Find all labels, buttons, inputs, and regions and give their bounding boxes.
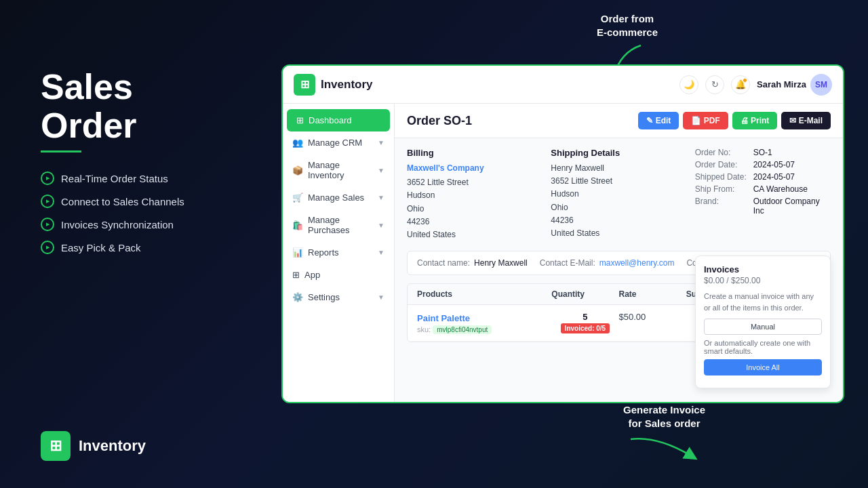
order-no-label: Order No:	[695, 148, 749, 157]
ship-from-value: CA Warehouse	[753, 184, 808, 194]
left-panel: Sales Order Real-Time Order Status Conne…	[41, 68, 271, 254]
pdf-button[interactable]: 📄 PDF	[683, 112, 728, 129]
billing-section: Billing Maxwell's Company 3652 Little St…	[407, 148, 542, 241]
product-cell: Paint Palette sku: mvlp8cfi04nvtput	[417, 312, 551, 334]
order-title: Order SO-1	[407, 114, 472, 128]
sku-row: sku: mvlp8cfi04nvtput	[417, 325, 551, 334]
order-header: Order SO-1 ✎ Edit 📄 PDF 🖨 Print ✉ E-Mail	[395, 104, 843, 138]
chevron-icon-3: ▼	[378, 194, 384, 201]
popup-description: Create a manual invoice with any or all …	[704, 291, 822, 313]
chevron-icon-2: ▼	[378, 167, 384, 174]
col-header-rate: Rate	[618, 289, 686, 299]
ship-from-label: Ship From:	[695, 184, 749, 194]
sidebar-item-settings[interactable]: ⚙️ Settings ▼	[283, 286, 394, 308]
quantity-value: 5	[583, 312, 587, 322]
sidebar-label-reports: Reports	[308, 247, 339, 258]
popup-title: Invoices	[704, 264, 822, 274]
billing-city: Hudson	[407, 190, 435, 200]
sidebar-item-purchases[interactable]: 🛍️ Manage Purchases ▼	[283, 209, 394, 241]
shipping-section: Shipping Details Henry Maxwell 3652 Litt…	[551, 148, 686, 241]
refresh-button[interactable]: ↻	[705, 75, 724, 94]
dark-mode-button[interactable]: 🌙	[679, 75, 698, 94]
billing-title: Billing	[407, 148, 542, 158]
sidebar-item-reports[interactable]: 📊 Reports ▼	[283, 241, 394, 264]
manual-invoice-button[interactable]: Manual	[704, 319, 822, 335]
product-link[interactable]: Paint Palette	[417, 313, 470, 323]
user-name: Sarah Mirza	[757, 79, 806, 89]
sidebar-label-dashboard: Dashboard	[309, 115, 352, 125]
chevron-icon-5: ▼	[378, 249, 384, 256]
settings-icon: ⚙️	[292, 292, 303, 302]
contact-email-value[interactable]: maxwell@henry.com	[599, 258, 675, 268]
top-bar: ⊞ Inventory 🌙 ↻ 🔔 Sarah Mirza SM	[283, 66, 843, 104]
order-details-section: Order No: SO-1 Order Date: 2024-05-07 Sh…	[695, 148, 831, 241]
shipping-state: Ohio	[551, 203, 568, 212]
sales-icon: 🛒	[292, 192, 303, 203]
shipping-country: United States	[551, 228, 599, 238]
sidebar-label-settings: Settings	[308, 292, 340, 302]
print-button[interactable]: 🖨 Print	[732, 112, 778, 129]
reports-icon: 📊	[292, 247, 303, 258]
popup-amount: $0.00 / $250.00	[704, 276, 822, 285]
main-title: Sales Order	[41, 68, 271, 145]
inventory-icon: 📦	[292, 165, 303, 176]
action-buttons: ✎ Edit 📄 PDF 🖨 Print ✉ E-Mail	[638, 112, 831, 129]
sku-badge: mvlp8cfi04nvtput	[433, 325, 492, 334]
contact-name-item: Contact name: Henry Maxwell	[417, 258, 528, 268]
order-no-value: SO-1	[753, 148, 772, 157]
logo-label: Inventory	[79, 437, 146, 455]
app-title: Inventory	[321, 78, 674, 92]
feature-icon-2	[41, 195, 54, 208]
order-date-value: 2024-05-07	[753, 160, 795, 169]
billing-company[interactable]: Maxwell's Company	[407, 162, 542, 175]
shipped-date-label: Shipped Date:	[695, 172, 749, 182]
contact-name-label: Contact name:	[417, 258, 470, 268]
sidebar-item-crm[interactable]: 👥 Manage CRM ▼	[283, 131, 394, 154]
invoice-all-button[interactable]: Invoice All	[704, 359, 822, 375]
app-logo-icon: ⊞	[294, 74, 315, 96]
title-underline	[41, 150, 81, 152]
chevron-icon-6: ▼	[378, 293, 384, 301]
sidebar-label-inventory: Manage Inventory	[308, 160, 378, 180]
annotation-top-text: Order from E-commerce	[597, 12, 658, 39]
shipping-city: Hudson	[551, 189, 578, 199]
sidebar-item-sales[interactable]: 🛒 Manage Sales ▼	[283, 186, 394, 209]
brand-value: Outdoor Company Inc	[753, 197, 831, 216]
feature-icon-1	[41, 171, 54, 185]
sidebar-item-inventory[interactable]: 📦 Manage Inventory ▼	[283, 154, 394, 186]
shipping-zip: 44236	[551, 216, 573, 225]
logo-icon: ⊞	[41, 431, 71, 461]
contact-name-value: Henry Maxwell	[474, 258, 528, 268]
app-window: ⊞ Inventory 🌙 ↻ 🔔 Sarah Mirza SM ⊞ Dashb…	[281, 64, 844, 403]
content-area: Order SO-1 ✎ Edit 📄 PDF 🖨 Print ✉ E-Mail…	[395, 104, 843, 402]
notification-button[interactable]: 🔔	[731, 75, 750, 94]
feature-item-4: Easy Pick & Pack	[41, 241, 271, 254]
top-icons: 🌙 ↻ 🔔 Sarah Mirza SM	[679, 74, 832, 96]
invoiced-badge: Invoiced: 0/5	[561, 323, 610, 333]
annotation-bottom-text: Generate Invoice for Sales order	[623, 403, 705, 430]
user-avatar: SM	[810, 74, 832, 96]
col-header-products: Products	[417, 289, 551, 299]
shipping-name: Henry Maxwell	[551, 163, 604, 173]
contact-email-label: Contact E-Mail:	[540, 258, 595, 268]
annotation-bottom: Generate Invoice for Sales order	[623, 403, 705, 469]
main-area: ⊞ Dashboard 👥 Manage CRM ▼ 📦 Manage Inve…	[283, 104, 843, 402]
feature-item-2: Connect to Sales Channels	[41, 195, 271, 208]
app-icon: ⊞	[292, 270, 300, 280]
chevron-icon: ▼	[378, 139, 384, 146]
sidebar-label-crm: Manage CRM	[308, 138, 362, 148]
invoices-popup: Invoices $0.00 / $250.00 Create a manual…	[695, 256, 831, 388]
bottom-logo: ⊞ Inventory	[41, 431, 146, 461]
sidebar-item-app[interactable]: ⊞ App	[283, 264, 394, 286]
quantity-cell: 5 Invoiced: 0/5	[551, 312, 618, 334]
shipping-title: Shipping Details	[551, 148, 686, 158]
sidebar-label-sales: Manage Sales	[308, 192, 364, 203]
billing-zip: 44236	[407, 217, 429, 226]
edit-button[interactable]: ✎ Edit	[638, 112, 679, 129]
crm-icon: 👥	[292, 138, 303, 148]
user-info: Sarah Mirza SM	[757, 74, 832, 96]
notification-dot	[743, 78, 747, 83]
email-button[interactable]: ✉ E-Mail	[781, 112, 831, 129]
sidebar-item-dashboard[interactable]: ⊞ Dashboard	[287, 109, 390, 131]
billing-country: United States	[407, 230, 456, 239]
